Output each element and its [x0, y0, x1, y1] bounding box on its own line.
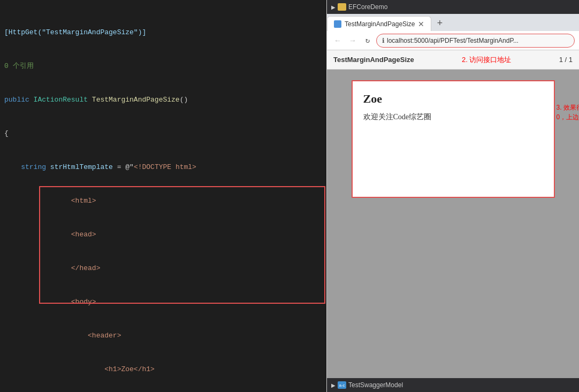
code-editor: [HttpGet("TestMarginAndPageSize")] 0 个引用…	[0, 0, 326, 392]
code-line-8: </head>	[0, 263, 326, 274]
url-text: localhost:5000/api/PDFTest/TestMarginAnd…	[387, 37, 519, 44]
code-line-11: <h1>Zoe</h1>	[0, 364, 326, 375]
forward-button[interactable]: →	[346, 34, 359, 47]
active-tab[interactable]: TestMarginAndPageSize ✕	[327, 16, 431, 31]
code-line-6: <html>	[0, 195, 326, 206]
tab-favicon-icon	[334, 20, 341, 28]
page-toolbar: TestMarginAndPageSize 2. 访问接口地址 1 / 1	[327, 50, 579, 70]
efcoredemo-label: EFCoreDemo	[348, 3, 387, 11]
code-line-10: <header>	[0, 330, 326, 341]
forward-icon: →	[351, 36, 355, 45]
model-icon: a-c	[338, 381, 346, 389]
pdf-page-title: TestMarginAndPageSize	[333, 56, 414, 64]
testswaggermodel-label: TestSwaggerModel	[348, 381, 403, 389]
bottom-panel: ▶ a-c TestSwaggerModel	[327, 378, 579, 392]
code-line-3: public IActionResult TestMarginAndPageSi…	[0, 94, 326, 105]
back-button[interactable]: ←	[331, 34, 344, 47]
page-pagination: 1 / 1	[559, 56, 573, 64]
tree-item-efcoredemo[interactable]: ▶ EFCoreDemo	[331, 3, 387, 11]
lock-icon: ℹ	[382, 37, 385, 44]
code-line-9: <body>	[0, 296, 326, 308]
annotation-2: 2. 访问接口地址	[462, 55, 511, 65]
plus-icon: +	[437, 18, 443, 29]
new-tab-button[interactable]: +	[431, 16, 448, 31]
code-content: [HttpGet("TestMarginAndPageSize")] 0 个引用…	[0, 0, 326, 392]
tree-arrow-icon: ▶	[331, 382, 336, 388]
tab-title: TestMarginAndPageSize	[345, 20, 415, 28]
back-icon: ←	[336, 36, 340, 45]
code-line-5: string strHtmlTemplate = @"<!DOCTYPE htm…	[0, 162, 326, 173]
tree-arrow-icon: ▶	[331, 4, 336, 10]
browser-chrome: TestMarginAndPageSize ✕ + ← → ↻ ℹ localh…	[327, 14, 579, 50]
tab-close-button[interactable]: ✕	[418, 20, 424, 28]
tree-item-testswaggermodel[interactable]: ▶ a-c TestSwaggerModel	[331, 381, 403, 389]
pdf-heading: Zoe	[363, 92, 543, 106]
code-line-2: 0 个引用	[0, 60, 326, 72]
code-line-7: <head>	[0, 229, 326, 240]
reload-icon: ↻	[365, 36, 370, 45]
pdf-viewer: Zoe 欢迎关注Code综艺圈 3. 效果很明显啦，左边为0，上边为15	[327, 70, 579, 378]
pdf-body-text: 欢迎关注Code综艺圈	[363, 112, 543, 122]
code-line-4: {	[0, 128, 326, 139]
annotation-3: 3. 效果很明显啦，左边为0，上边为15	[557, 103, 580, 122]
browser-panel: ▶ EFCoreDemo TestMarginAndPageSize ✕ + ←…	[326, 0, 579, 392]
tab-bar: TestMarginAndPageSize ✕ +	[327, 14, 579, 31]
url-bar[interactable]: ℹ localhost:5000/api/PDFTest/TestMarginA…	[376, 34, 575, 48]
pdf-page: Zoe 欢迎关注Code综艺圈 3. 效果很明显啦，左边为0，上边为15	[352, 80, 555, 198]
top-bar: ▶ EFCoreDemo	[327, 0, 579, 14]
folder-icon	[338, 3, 346, 11]
code-line-1: [HttpGet("TestMarginAndPageSize")]	[0, 27, 326, 38]
reload-button[interactable]: ↻	[361, 34, 374, 47]
nav-bar: ← → ↻ ℹ localhost:5000/api/PDFTest/TestM…	[327, 31, 579, 50]
